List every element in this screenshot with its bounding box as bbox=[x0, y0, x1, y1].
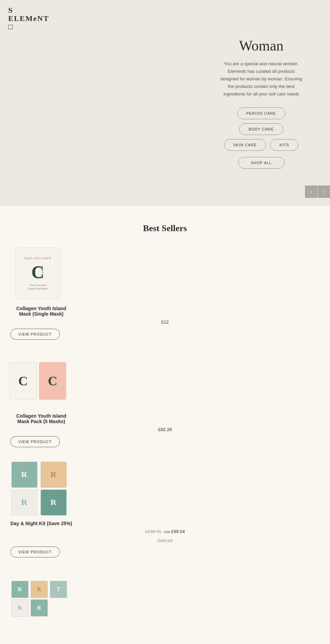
hero-category-buttons: PERIOD CARE BODY CARE SKIN CARE KITS bbox=[220, 108, 302, 151]
sold-out-label-3: Sold out bbox=[10, 538, 320, 543]
product-original-price-3: £132.71 bbox=[145, 529, 161, 534]
collagen-pack-image: C C bbox=[9, 362, 66, 400]
product-name-3: Day & Night Kit (Save 25%) bbox=[10, 521, 72, 526]
price-now-label: now bbox=[164, 530, 171, 534]
pack-card-pink: C bbox=[39, 362, 66, 400]
product-price-3: £132.71 now £99.54 bbox=[10, 529, 320, 534]
product-price-2: £82.28 bbox=[10, 427, 320, 432]
period-care-btn[interactable]: PERIOD CARE bbox=[237, 108, 286, 119]
product-card-1: C Plant & SmoothFacial Sheet Mask Collag… bbox=[10, 246, 320, 340]
hero-content: Woman You are a special and natural wond… bbox=[220, 37, 330, 169]
header: S ELEMeNT □ bbox=[0, 0, 330, 37]
shop-all-btn[interactable]: SHOP ALL bbox=[238, 157, 285, 169]
hero-description: You are a special and natural wonder. El… bbox=[220, 60, 302, 98]
product-image-1: C Plant & SmoothFacial Sheet Mask bbox=[10, 246, 65, 301]
kit-box-1: R bbox=[11, 462, 37, 488]
kit2-box-5: R bbox=[31, 599, 48, 617]
collagen-letter-c: C bbox=[31, 262, 44, 282]
carousel-prev-btn[interactable]: ‹ bbox=[305, 185, 317, 198]
view-product-btn-2[interactable]: VIEW PRODUCT bbox=[10, 436, 60, 447]
view-product-btn-1[interactable]: VIEW PRODUCT bbox=[10, 329, 60, 340]
kit2-box-3: T bbox=[50, 581, 67, 598]
pack-card-white: C bbox=[9, 362, 37, 400]
body-care-btn[interactable]: BODY CARE bbox=[239, 123, 283, 135]
carousel-navigation: ‹ › bbox=[305, 185, 330, 198]
logo[interactable]: S ELEMeNT □ bbox=[8, 6, 322, 31]
kit2-image: R R T R R bbox=[11, 581, 68, 617]
kits-btn[interactable]: KITS bbox=[270, 139, 298, 151]
skin-care-btn[interactable]: SKIN CARE bbox=[224, 139, 266, 151]
kit-box-3: R bbox=[11, 489, 37, 516]
product-image-2: C C bbox=[10, 353, 65, 408]
kit2-box-1: R bbox=[11, 581, 29, 598]
logo-line1: S bbox=[8, 6, 13, 14]
logo-line3: □ bbox=[8, 22, 13, 31]
hero-title: Woman bbox=[220, 37, 302, 54]
product-price-1: £12 bbox=[10, 319, 320, 325]
day-night-kit-image: R R R R bbox=[11, 462, 68, 516]
product-card-4: R R T R R bbox=[10, 571, 320, 626]
kit-box-4: R bbox=[41, 489, 67, 516]
kit2-box-2: R bbox=[31, 581, 48, 598]
kit-box-2: R bbox=[41, 462, 67, 488]
product-now-price-3: £99.54 bbox=[171, 529, 185, 534]
product-img-label: Plant & SmoothFacial Sheet Mask bbox=[28, 284, 48, 291]
product-image-3: R R R R bbox=[10, 461, 69, 516]
best-sellers-title: Best Sellers bbox=[10, 223, 320, 234]
product-card-3: R R R R Day & Night Kit (Save 25%) £132.… bbox=[10, 461, 320, 557]
chevron-left-icon: ‹ bbox=[310, 189, 312, 194]
view-product-btn-3[interactable]: VIEW PRODUCT bbox=[10, 546, 60, 557]
best-sellers-section: Best Sellers C Plant & SmoothFacial Shee… bbox=[0, 206, 330, 644]
kit2-box-4: R bbox=[11, 599, 29, 617]
collagen-single-image: C Plant & SmoothFacial Sheet Mask bbox=[15, 248, 60, 299]
product-image-4: R R T R R bbox=[10, 571, 69, 626]
product-name-2: Collagen Youth Island Mask Pack (5 Masks… bbox=[10, 413, 72, 424]
logo-line2: ELEMeNT bbox=[8, 14, 49, 23]
carousel-next-btn[interactable]: › bbox=[318, 185, 330, 198]
chevron-right-icon: › bbox=[323, 189, 325, 194]
product-name-1: Collagen Youth Island Mask (Single Mask) bbox=[10, 306, 72, 317]
product-card-2: C C Collagen Youth Island Mask Pack (5 M… bbox=[10, 353, 320, 447]
